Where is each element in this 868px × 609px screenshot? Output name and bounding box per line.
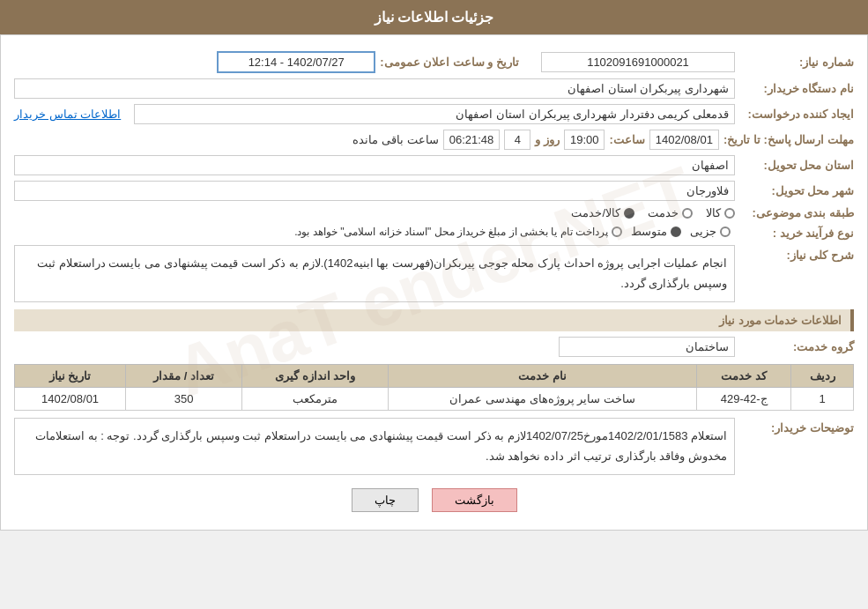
category-options: کالا خدمت کالا/خدمت	[14, 206, 735, 219]
category-label: طبقه بندی موضوعی:	[739, 206, 854, 219]
row-deadline: مهلت ارسال پاسخ: تا تاریخ: 1402/08/01 سا…	[14, 130, 854, 150]
radio-khedmat	[682, 208, 693, 219]
row-buyer: نام دستگاه خریدار: شهرداری پیربکران استا…	[14, 78, 854, 99]
row-need-number: شماره نیاز: 1102091691000021 تاریخ و ساع…	[14, 51, 854, 73]
page-header: جزئیات اطلاعات نیاز	[0, 0, 868, 34]
need-number-label: شماره نیاز:	[739, 56, 854, 69]
row-service-group: گروه خدمت: ساختمان	[14, 337, 854, 357]
deadline-time: 19:00	[564, 130, 605, 150]
category-option-khedmat[interactable]: خدمت	[648, 206, 693, 219]
table-row: 1ج-42-429ساخت سایر پروژه‌های مهندسی عمرا…	[15, 387, 854, 410]
buyer-label: نام دستگاه خریدار:	[739, 82, 854, 95]
row-city: شهر محل تحویل: فلاورجان	[14, 181, 854, 201]
cell-quantity: 350	[126, 387, 242, 410]
col-date: تاریخ نیاز	[15, 364, 126, 387]
process-label: نوع فرآیند خرید :	[739, 227, 854, 240]
creator-value: قدمعلی کریمی دفتردار شهرداری پیربکران اس…	[134, 104, 735, 124]
radio-kala	[724, 208, 735, 219]
radio-kala-label: کالا	[706, 206, 721, 219]
cell-date: 1402/08/01	[15, 387, 126, 410]
radio-jozi	[720, 227, 731, 237]
city-label: شهر محل تحویل:	[739, 184, 854, 197]
process-asnad[interactable]: پرداخت تام یا بخشی از مبلغ خریداز محل "ا…	[294, 226, 622, 238]
deadline-days: 4	[504, 130, 530, 150]
radio-asnad	[612, 227, 622, 237]
process-jozi[interactable]: جزیی	[690, 225, 731, 238]
process-options: جزیی متوسط پرداخت تام یا بخشی از مبلغ خر…	[294, 225, 731, 238]
page-content: AnaT ender.NET شماره نیاز: 1102091691000…	[0, 34, 868, 531]
city-value: فلاورجان	[14, 181, 735, 201]
deadline-time-label: ساعت:	[609, 133, 644, 146]
row-process: نوع فرآیند خرید : جزیی متوسط پرداخت تام …	[14, 225, 854, 240]
radio-motavasset-label: متوسط	[631, 225, 667, 238]
description-label: شرح کلی نیاز:	[739, 249, 854, 262]
print-button[interactable]: چاپ	[352, 488, 419, 512]
service-group-label: گروه خدمت:	[739, 340, 854, 353]
cell-row: 1	[791, 387, 854, 410]
radio-jozi-label: جزیی	[690, 225, 716, 238]
creator-label: ایجاد کننده درخواست:	[739, 108, 854, 121]
radio-kala-khedmat	[624, 208, 634, 219]
buyer-notes-label: توضیحات خریدار:	[739, 421, 854, 434]
row-description: شرح کلی نیاز: انجام عملیات اجرایی پروژه …	[14, 245, 854, 302]
row-category: طبقه بندی موضوعی: کالا خدمت کالا/خدمت	[14, 206, 854, 219]
col-code: کد خدمت	[696, 364, 790, 387]
services-table-section: ردیف کد خدمت نام خدمت واحد اندازه گیری ت…	[14, 364, 854, 411]
radio-kala-khedmat-label: کالا/خدمت	[571, 206, 620, 219]
row-creator: ایجاد کننده درخواست: قدمعلی کریمی دفتردا…	[14, 104, 854, 124]
province-label: استان محل تحویل:	[739, 159, 854, 172]
radio-motavasset	[671, 227, 681, 237]
need-number-value: 1102091691000021	[541, 52, 735, 72]
page-container: جزئیات اطلاعات نیاز AnaT ender.NET شماره…	[0, 0, 868, 531]
deadline-label: مهلت ارسال پاسخ: تا تاریخ:	[723, 133, 854, 146]
services-table: ردیف کد خدمت نام خدمت واحد اندازه گیری ت…	[14, 364, 854, 411]
deadline-days-label: روز و	[535, 133, 560, 146]
col-row: ردیف	[791, 364, 854, 387]
col-quantity: تعداد / مقدار	[126, 364, 242, 387]
cell-unit: مترمکعب	[242, 387, 389, 410]
deadline-remaining-label: ساعت باقی مانده	[352, 133, 438, 146]
row-buyer-notes: توضیحات خریدار: استعلام 1402/2/01/1583مو…	[14, 418, 854, 475]
cell-name: ساخت سایر پروژه‌های مهندسی عمران	[389, 387, 697, 410]
cell-code: ج-42-429	[696, 387, 790, 410]
row-province: استان محل تحویل: اصفهان	[14, 155, 854, 175]
category-option-kala-khedmat[interactable]: کالا/خدمت	[571, 206, 634, 219]
col-unit: واحد اندازه گیری	[242, 364, 389, 387]
deadline-date: 1402/08/01	[649, 130, 719, 150]
radio-khedmat-label: خدمت	[648, 206, 679, 219]
back-button[interactable]: بازگشت	[432, 488, 517, 512]
announce-date-value: 1402/07/27 - 12:14	[217, 51, 375, 73]
service-group-value: ساختمان	[559, 337, 735, 357]
description-value: انجام عملیات اجرایی پروژه احداث پارک محل…	[14, 245, 735, 302]
province-value: اصفهان	[14, 155, 735, 175]
radio-asnad-label: پرداخت تام یا بخشی از مبلغ خریداز محل "ا…	[294, 226, 608, 238]
buyer-notes-value: استعلام 1402/2/01/1583مورخ1402/07/25لازم…	[14, 418, 735, 475]
table-header-row: ردیف کد خدمت نام خدمت واحد اندازه گیری ت…	[15, 364, 854, 387]
buttons-row: بازگشت چاپ	[14, 488, 854, 512]
category-option-kala[interactable]: کالا	[706, 206, 735, 219]
buyer-value: شهرداری پیربکران استان اصفهان	[14, 78, 735, 99]
service-info-title: اطلاعات خدمات مورد نیاز	[14, 309, 854, 331]
announce-date-label: تاریخ و ساعت اعلان عمومی:	[380, 56, 519, 69]
process-motavasset[interactable]: متوسط	[631, 225, 681, 238]
col-name: نام خدمت	[389, 364, 697, 387]
deadline-remaining: 06:21:48	[443, 130, 501, 150]
contact-link[interactable]: اطلاعات تماس خریدار	[14, 108, 121, 121]
page-title: جزئیات اطلاعات نیاز	[375, 10, 494, 25]
